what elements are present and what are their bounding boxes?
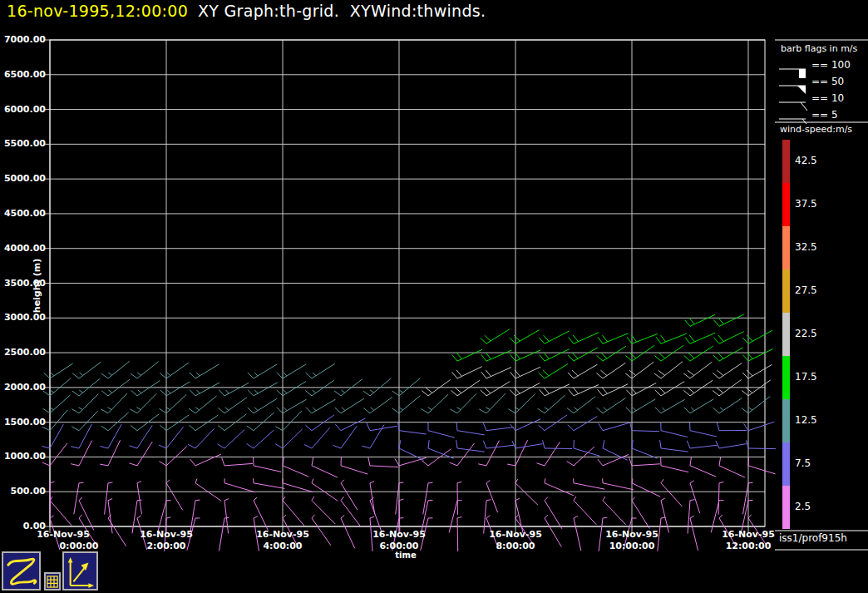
wind-barb bbox=[486, 481, 498, 513]
wind-barb bbox=[569, 385, 599, 396]
colorbar-value-label: 42.5 bbox=[795, 156, 817, 167]
grid-tool-button[interactable] bbox=[44, 572, 61, 591]
wind-barb bbox=[108, 499, 112, 534]
wind-barb bbox=[741, 500, 752, 532]
wind-barb bbox=[74, 482, 84, 514]
wind-barb bbox=[247, 413, 274, 431]
wind-barb bbox=[42, 443, 67, 466]
y-tick-label: 5000.00 bbox=[0, 174, 46, 185]
wind-barb bbox=[629, 457, 660, 466]
y-tick-label: 6500.00 bbox=[0, 70, 46, 81]
wind-barb bbox=[537, 442, 560, 466]
colorbar-value-label: 2.5 bbox=[795, 502, 811, 513]
colorbar-value-label: 17.5 bbox=[795, 372, 817, 383]
wind-barb bbox=[335, 418, 365, 431]
wind-barb bbox=[283, 478, 313, 492]
wind-barb bbox=[545, 497, 562, 529]
wind-barb bbox=[306, 399, 336, 413]
wind-barb bbox=[449, 501, 461, 533]
wind-barb bbox=[661, 498, 669, 533]
xy-graph-tool-button[interactable] bbox=[62, 551, 98, 591]
wind-barb bbox=[510, 419, 540, 431]
wind-barb bbox=[224, 499, 229, 534]
wind-barb bbox=[362, 425, 384, 448]
x-tick-time-label: 4:00:00 bbox=[249, 541, 316, 552]
wind-barb bbox=[481, 368, 511, 379]
wind-barb bbox=[131, 381, 160, 396]
wind-barb bbox=[44, 363, 73, 378]
wind-barb bbox=[713, 363, 742, 379]
y-tick-label: 1000.00 bbox=[0, 452, 46, 462]
wind-barb bbox=[248, 364, 278, 378]
zeb-xygraph-window: 16-nov-1995,12:00:00XY Graph:th-grid. XY… bbox=[0, 0, 868, 593]
wind-barb bbox=[42, 410, 68, 431]
wind-barb bbox=[603, 497, 626, 525]
wind-barb bbox=[159, 427, 184, 448]
wind-barb bbox=[713, 398, 742, 413]
wind-barb bbox=[742, 364, 772, 378]
wind-barb bbox=[508, 394, 535, 413]
y-tick-label: 5500.00 bbox=[0, 139, 46, 150]
wind-barb bbox=[574, 478, 605, 489]
wind-barb bbox=[512, 441, 543, 448]
wind-barb bbox=[247, 430, 274, 448]
wind-barb bbox=[684, 399, 714, 413]
wind-barb bbox=[656, 334, 687, 343]
wind-barb bbox=[341, 457, 367, 474]
wind-barb bbox=[574, 497, 596, 525]
wind-barb bbox=[568, 348, 598, 361]
wind-barb bbox=[626, 399, 656, 413]
wind-barb bbox=[539, 331, 569, 343]
wind-barb bbox=[195, 479, 221, 502]
wind-barb bbox=[632, 478, 660, 497]
wind-barb bbox=[719, 457, 745, 477]
wind-barb bbox=[305, 415, 334, 431]
wind-barb bbox=[625, 362, 653, 378]
wind-barb bbox=[568, 364, 598, 378]
wind-barb bbox=[277, 364, 306, 378]
wind-barb bbox=[483, 423, 514, 430]
x-tick-date-label: 16-Nov-95 bbox=[599, 530, 665, 541]
wind-barb bbox=[742, 349, 772, 362]
wind-barb bbox=[456, 423, 485, 435]
colorbar-segment bbox=[782, 140, 790, 183]
wind-barb bbox=[422, 500, 433, 532]
wind-barb bbox=[275, 411, 302, 431]
wind-barb bbox=[160, 363, 189, 378]
zeb-logo-button[interactable] bbox=[2, 551, 41, 591]
wind-barb bbox=[714, 314, 744, 326]
y-tick-label: 4500.00 bbox=[0, 209, 46, 220]
wind-barb bbox=[367, 423, 397, 431]
wind-barb bbox=[306, 363, 335, 378]
colorbar-segment bbox=[782, 442, 790, 486]
wind-barb bbox=[690, 516, 698, 551]
wind-barb bbox=[597, 398, 626, 413]
wind-barb bbox=[312, 479, 338, 502]
wind-barb bbox=[598, 334, 629, 343]
colorbar-value-label: 37.5 bbox=[795, 199, 817, 210]
x-tick-time-label: 12:00:00 bbox=[715, 541, 782, 552]
wind-barb bbox=[50, 497, 72, 526]
wind-barb bbox=[363, 398, 392, 413]
pennant-triangle-flag-icon bbox=[797, 86, 806, 94]
wind-barb bbox=[574, 516, 581, 551]
wind-barb bbox=[713, 332, 743, 344]
wind-barb bbox=[160, 382, 190, 396]
wind-barb bbox=[248, 383, 278, 396]
y-tick-label: 2000.00 bbox=[0, 383, 46, 393]
wind-barb bbox=[479, 393, 506, 413]
wind-barb bbox=[654, 362, 683, 378]
colorbar-segment bbox=[782, 226, 790, 269]
wind-barb bbox=[540, 384, 570, 396]
wind-barb bbox=[690, 423, 718, 437]
wind-barb bbox=[422, 394, 449, 413]
wind-barb bbox=[130, 425, 153, 448]
wind-barb bbox=[510, 330, 540, 344]
colorbar-value-label: 12.5 bbox=[795, 415, 817, 427]
x-tick-date-label: 16-Nov-95 bbox=[133, 530, 200, 541]
grid-icon bbox=[47, 576, 58, 588]
barb-flags-legend-title: barb flags in m/s bbox=[781, 44, 857, 55]
wind-barb bbox=[219, 383, 249, 396]
wind-barb bbox=[130, 442, 153, 466]
wind-barb bbox=[254, 497, 268, 531]
